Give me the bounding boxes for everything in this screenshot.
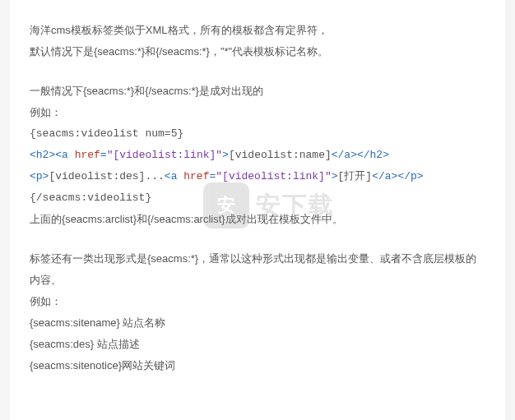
intro-block: 海洋cms模板标签类似于XML格式，所有的模板都含有定界符， 默认情况下是{se… (30, 20, 485, 62)
intro-line-2: 默认情况下是{seacms:*}和{/seacms:*}，"*"代表模板标记名称… (30, 41, 485, 62)
href-value-2: [videolist:link] (222, 170, 325, 182)
general-line-note: 上面的{seacms:arclist}和{/seacms:arclist}成对出… (30, 209, 485, 230)
quote-close-2: " (325, 170, 332, 182)
general-line-close-tag: {/seacms:videolist} (30, 187, 485, 209)
tag-h2-open: <h2> (30, 149, 55, 161)
tag-h2-close: </h2> (357, 149, 389, 161)
tag-a-close: </a> (332, 149, 357, 161)
single-line-example-label: 例如： (30, 291, 485, 312)
single-line-1: 标签还有一类出现形式是{seacms:*}，通常以这种形式出现都是输出变量、或者… (30, 248, 485, 291)
tag-a-open: <a (55, 149, 74, 161)
tag-a-open-end-2: > (332, 170, 338, 182)
tag-p-close: </p> (397, 170, 423, 182)
attr-href-2: href (183, 170, 209, 182)
general-line-example-label: 例如： (30, 102, 485, 123)
tag-a-open-2: <a (165, 170, 183, 182)
general-block: 一般情况下{seacms:*}和{/seacms:*}是成对出现的 例如： {s… (30, 81, 485, 230)
des-placeholder: [videolist:des]... (49, 170, 164, 182)
quote-close: " (216, 149, 222, 161)
document-page: 安 安下载 海洋cms模板标签类似于XML格式，所有的模板都含有定界符， 默认情… (10, 0, 505, 420)
single-line-des: {seacms:des} 站点描述 (30, 334, 485, 355)
single-line-sitenotice: {seacms:sitenotice}网站关键词 (30, 355, 485, 376)
general-line-open-tag: {seacms:videolist num=5} (30, 123, 485, 145)
attr-href: href (75, 149, 100, 161)
href-value: [videolist:link] (113, 149, 216, 161)
open-text: [打开] (338, 170, 373, 182)
eq-sign: = (100, 149, 107, 161)
single-line-sitename: {seacms:sitename} 站点名称 (30, 312, 485, 334)
code-line-p: <p>[videolist:des]...<a href="[videolist… (30, 166, 485, 187)
single-block: 标签还有一类出现形式是{seacms:*}，通常以这种形式出现都是输出变量、或者… (30, 248, 485, 376)
tag-a-open-end: > (222, 149, 229, 161)
name-placeholder: [videolist:name] (229, 149, 332, 161)
quote-open-2: " (216, 170, 222, 182)
code-line-h2: <h2><a href="[videolist:link]">[videolis… (30, 145, 485, 166)
intro-line-1: 海洋cms模板标签类似于XML格式，所有的模板都含有定界符， (30, 20, 485, 41)
tag-a-close-2: </a> (372, 170, 397, 182)
tag-p-open: <p> (30, 170, 49, 182)
general-line-1: 一般情况下{seacms:*}和{/seacms:*}是成对出现的 (30, 81, 485, 102)
